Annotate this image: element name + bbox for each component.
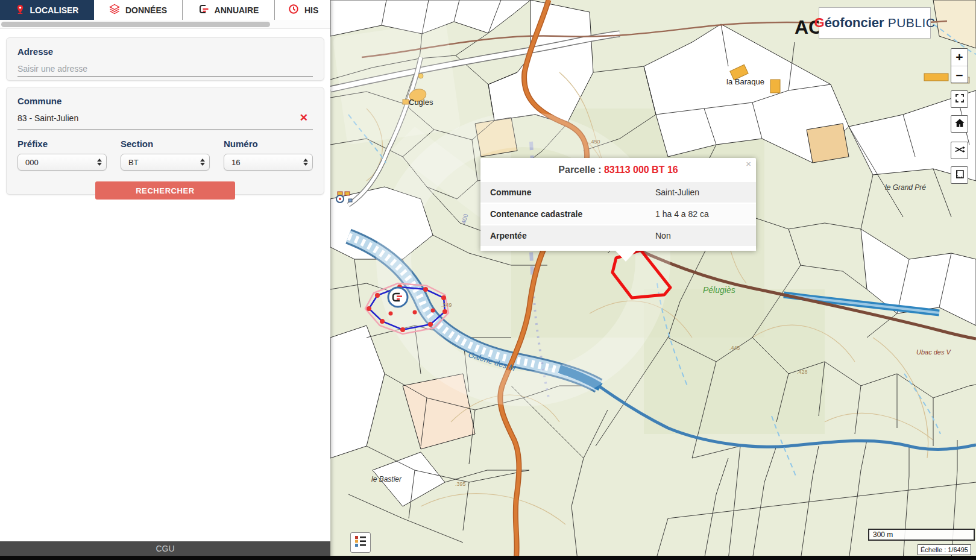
popup-title-prefix: Parcelle : — [558, 165, 601, 175]
popup-row-contenance: Contenance cadastrale 1 ha 4 a 82 ca — [480, 203, 756, 224]
logo-variant: PUBLIC — [888, 16, 936, 30]
panel-scrollbar-thumb[interactable] — [1, 22, 270, 27]
label-village: Cugles — [409, 98, 433, 107]
layers-icon — [109, 4, 120, 16]
elev-428: .428 — [797, 369, 808, 375]
label-grand-pre: le Grand Pré — [885, 183, 926, 192]
tab-donnees-label: DONNÉES — [125, 5, 167, 15]
section-label: Section — [121, 139, 210, 149]
label-ubac: Ubac des V — [916, 348, 952, 356]
numero-label: Numéro — [224, 139, 313, 149]
tab-annuaire-label: ANNUAIRE — [215, 5, 259, 15]
commune-value: 83 - Saint-Julien — [17, 113, 78, 123]
commune-label: Commune — [17, 96, 313, 106]
prefixe-value: 000 — [25, 158, 39, 167]
popup-row-commune: Commune Saint-Julien — [480, 181, 756, 203]
cgu-link[interactable]: CGU — [0, 541, 330, 556]
zoom-control: + − — [951, 48, 968, 83]
prefixe-select[interactable]: 000 — [17, 154, 107, 171]
fullscreen-icon — [954, 93, 965, 106]
rechercher-button[interactable]: RECHERCHER — [95, 181, 235, 200]
elev-450: .450 — [590, 139, 600, 145]
label-bastier: le Bastier — [371, 475, 402, 483]
directory-icon — [198, 4, 209, 16]
location-pin-icon — [16, 4, 25, 16]
label-la-baraque: la Baraque — [726, 77, 764, 86]
zoom-out-button[interactable]: − — [951, 66, 968, 84]
stepper-icon — [200, 159, 205, 166]
bottom-border — [0, 556, 976, 560]
logo-name: éofoncier — [825, 15, 884, 31]
zoom-in-button[interactable]: + — [951, 49, 968, 66]
legend-button[interactable] — [350, 532, 371, 553]
mini-marker-dot — [339, 198, 341, 200]
logo-g: G — [814, 15, 825, 31]
tab-historique[interactable]: HIS — [275, 0, 330, 20]
prefixe-label: Préfixe — [17, 139, 107, 149]
clock-icon — [288, 4, 299, 16]
scale-bar-label: 300 m — [873, 530, 893, 539]
parcel-selectors: Préfixe 000 Section BT Numéro — [17, 139, 313, 171]
panel-scrollbar-track — [0, 20, 330, 29]
section-select[interactable]: BT — [121, 154, 210, 171]
parcel-popup: × Parcelle : 83113 000 BT 16 Commune Sai… — [480, 158, 756, 251]
map-viewport[interactable]: Cugles la Baraque le Grand Pré Pélugiès … — [330, 0, 976, 560]
tab-localiser[interactable]: LOCALISER — [0, 0, 94, 20]
home-icon — [954, 118, 965, 131]
scale-ratio: Échelle : 1/6495 — [918, 544, 971, 555]
numero-select[interactable]: 16 — [224, 154, 313, 171]
shuffle-icon — [954, 144, 965, 157]
adresse-card: Adresse — [6, 37, 324, 81]
home-button[interactable] — [951, 115, 968, 133]
numero-value: 16 — [231, 158, 240, 167]
elev-445: .445 — [729, 345, 740, 351]
fullscreen-button[interactable] — [951, 90, 968, 108]
rfu-marker-icon — [388, 288, 408, 307]
close-icon[interactable]: × — [746, 159, 751, 169]
commune-field[interactable]: 83 - Saint-Julien ✕ — [17, 112, 313, 130]
woods-patch-2 — [644, 289, 825, 434]
label-pelugies: Pélugiès — [703, 285, 735, 295]
measure-button[interactable] — [951, 166, 968, 184]
popup-title: Parcelle : 83113 000 BT 16 — [480, 158, 756, 181]
stepper-icon — [97, 159, 102, 166]
tab-bar: LOCALISER DONNÉES ANNUAIRE HIS — [0, 0, 330, 20]
shuffle-layers-button[interactable] — [951, 142, 968, 159]
adresse-label: Adresse — [17, 46, 313, 57]
legend-icon — [354, 535, 367, 550]
tab-annuaire[interactable]: ANNUAIRE — [183, 0, 275, 20]
popup-parcel-id: 83113 000 BT 16 — [604, 165, 678, 175]
popup-row-arpentee: Arpentée Non — [480, 224, 756, 246]
commune-card: Commune 83 - Saint-Julien ✕ Préfixe 000 … — [6, 87, 324, 195]
measure-icon — [954, 169, 965, 182]
geofoncier-app: Cugles la Baraque le Grand Pré Pélugiès … — [0, 0, 976, 560]
map-canvas[interactable]: Cugles la Baraque le Grand Pré Pélugiès … — [330, 0, 976, 560]
elev-349: .349 — [441, 302, 452, 308]
tab-donnees[interactable]: DONNÉES — [94, 0, 183, 20]
section-value: BT — [128, 158, 139, 167]
stepper-icon — [303, 159, 308, 166]
scale-bar: 300 m — [868, 529, 975, 541]
tab-localiser-label: LOCALISER — [30, 5, 79, 15]
popup-table: Commune Saint-Julien Contenance cadastra… — [480, 181, 756, 251]
cgu-label: CGU — [156, 544, 174, 553]
search-panel: LOCALISER DONNÉES ANNUAIRE HIS — [0, 0, 330, 560]
elev-395: .395 — [455, 481, 466, 487]
clear-commune-icon[interactable]: ✕ — [300, 112, 308, 124]
adresse-input[interactable] — [17, 62, 313, 77]
geofoncier-logo: GéofoncierPUBLIC — [819, 7, 931, 39]
tab-historique-label: HIS — [304, 5, 318, 15]
